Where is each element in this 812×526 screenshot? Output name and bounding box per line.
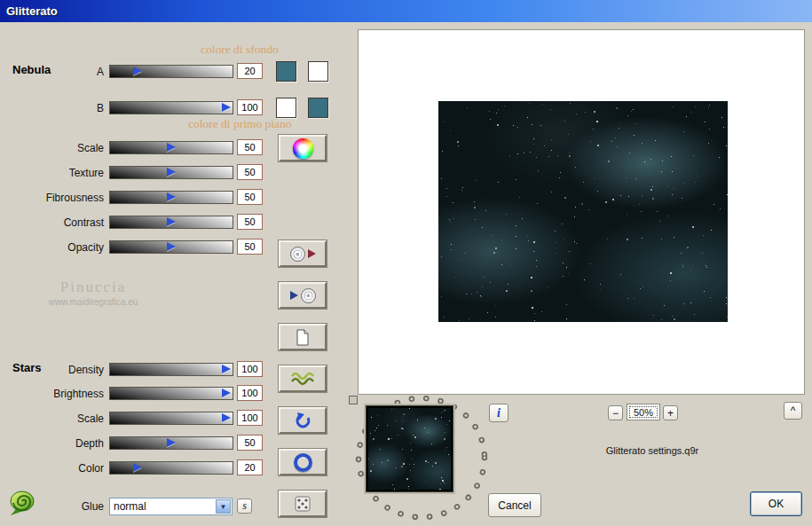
label-stars-scale: Scale: [0, 412, 104, 425]
chevron-down-icon[interactable]: ▼: [216, 499, 231, 514]
label-depth: Depth: [0, 437, 104, 450]
settings-file-label: Glitterato settings.q9r: [568, 445, 737, 456]
label-nebula-a: A: [0, 66, 104, 78]
waves-button[interactable]: [279, 365, 327, 392]
row-opacity: Opacity: [0, 240, 266, 256]
row-nebula-a: A: [0, 65, 266, 81]
s-button[interactable]: s: [237, 499, 252, 514]
slider-thumb-icon[interactable]: [167, 217, 176, 226]
slider-texture[interactable]: [109, 166, 233, 179]
swatch-b-right[interactable]: [308, 98, 328, 118]
shell-logo-icon[interactable]: [5, 488, 37, 518]
row-brightness: Brightness: [0, 387, 266, 403]
save-settings-button[interactable]: [279, 240, 327, 267]
value-brightness[interactable]: [237, 385, 263, 401]
title-bar[interactable]: Glitterato: [0, 0, 812, 22]
slider-thumb-icon[interactable]: [222, 413, 231, 422]
row-star-color: Color: [0, 461, 266, 477]
load-settings-button[interactable]: [279, 282, 327, 309]
value-fibrousness[interactable]: [237, 189, 263, 205]
value-star-color[interactable]: [237, 459, 263, 475]
zoom-level[interactable]: 50%: [627, 404, 660, 420]
row-nebula-scale: Scale: [0, 141, 266, 157]
label-nebula-scale: Scale: [0, 142, 104, 154]
slider-thumb-icon[interactable]: [167, 242, 176, 251]
value-nebula-b[interactable]: [237, 99, 263, 115]
value-contrast[interactable]: [237, 214, 263, 230]
slider-thumb-icon[interactable]: [222, 103, 231, 112]
thumbnail-preview[interactable]: [366, 405, 453, 492]
row-density: Density: [0, 363, 266, 379]
slider-density[interactable]: [109, 363, 233, 376]
slider-nebula-scale[interactable]: [109, 141, 233, 154]
row-depth: Depth: [0, 436, 266, 452]
swatch-b-left[interactable]: [276, 98, 296, 118]
slider-thumb-icon[interactable]: [133, 463, 142, 472]
slider-fibrousness[interactable]: [109, 191, 233, 204]
slider-thumb-icon[interactable]: [133, 67, 142, 75]
label-contrast: Contrast: [0, 216, 104, 229]
row-stars-scale: Scale: [0, 412, 266, 428]
glue-dropdown[interactable]: normal ▼: [109, 498, 233, 515]
value-depth[interactable]: [237, 435, 263, 451]
color-wheel-icon: [293, 138, 313, 159]
document-page-icon: [296, 329, 310, 346]
slider-star-color[interactable]: [109, 461, 233, 475]
zoom-in-button[interactable]: +: [663, 405, 678, 420]
value-stars-scale[interactable]: [237, 410, 263, 426]
value-nebula-scale[interactable]: [237, 139, 263, 155]
row-fibrousness: Fibrousness: [0, 191, 266, 207]
slider-thumb-icon[interactable]: [222, 389, 231, 397]
slider-depth[interactable]: [109, 436, 233, 450]
glitterato-dialog: { "window": { "title": "Glitterato" }, "…: [0, 0, 812, 526]
slider-thumb-icon[interactable]: [167, 438, 176, 447]
slider-opacity[interactable]: [109, 240, 233, 254]
label-opacity: Opacity: [0, 241, 104, 254]
color-wheel-button[interactable]: [279, 135, 327, 161]
ring-button[interactable]: [279, 449, 327, 475]
blue-ring-icon: [294, 453, 312, 472]
label-texture: Texture: [0, 167, 104, 179]
value-nebula-a[interactable]: [237, 63, 263, 79]
slider-thumb-icon[interactable]: [167, 168, 176, 177]
undo-button[interactable]: [279, 407, 327, 434]
cancel-button[interactable]: Cancel: [488, 493, 541, 517]
slider-stars-scale[interactable]: [109, 412, 233, 425]
preview-image[interactable]: [438, 101, 728, 322]
info-icon: i: [497, 406, 501, 420]
caret-up-button[interactable]: ^: [784, 402, 802, 420]
swatch-a-left[interactable]: [276, 61, 296, 82]
label-star-color: Color: [0, 462, 104, 475]
label-density: Density: [0, 364, 104, 376]
value-density[interactable]: [237, 361, 263, 377]
cd-disc-icon: [290, 247, 305, 262]
play-arrow-icon: [290, 291, 298, 300]
row-contrast: Contrast: [0, 216, 266, 232]
play-arrow-icon: [308, 249, 316, 258]
watermark-url: www.maidiregrafica.eu: [18, 297, 169, 307]
slider-nebula-b[interactable]: [109, 101, 233, 114]
green-waves-icon: [290, 372, 315, 386]
slider-thumb-icon[interactable]: [167, 143, 176, 152]
slider-nebula-a[interactable]: [109, 65, 233, 78]
label-brightness: Brightness: [0, 388, 104, 400]
foreground-color-label: colore di primo piano: [188, 117, 292, 131]
slider-thumb-icon[interactable]: [222, 365, 231, 373]
row-nebula-b: B: [0, 101, 266, 117]
random-dice-button[interactable]: [279, 491, 327, 517]
die-face-icon: [295, 496, 311, 512]
row-glue: Glue normal ▼: [0, 498, 266, 514]
slider-brightness[interactable]: [109, 387, 233, 400]
window-title: Glitterato: [6, 4, 58, 18]
slider-contrast[interactable]: [109, 216, 233, 229]
swatch-a-right[interactable]: [308, 61, 328, 82]
zoom-out-button[interactable]: −: [608, 405, 623, 420]
slider-thumb-icon[interactable]: [167, 192, 176, 201]
thumbnail-image: [368, 408, 451, 490]
value-texture[interactable]: [237, 164, 263, 180]
value-opacity[interactable]: [237, 239, 263, 255]
label-fibrousness: Fibrousness: [0, 192, 104, 204]
page-button[interactable]: [279, 324, 327, 350]
info-button[interactable]: i: [489, 404, 508, 422]
ok-button[interactable]: OK: [750, 491, 802, 516]
